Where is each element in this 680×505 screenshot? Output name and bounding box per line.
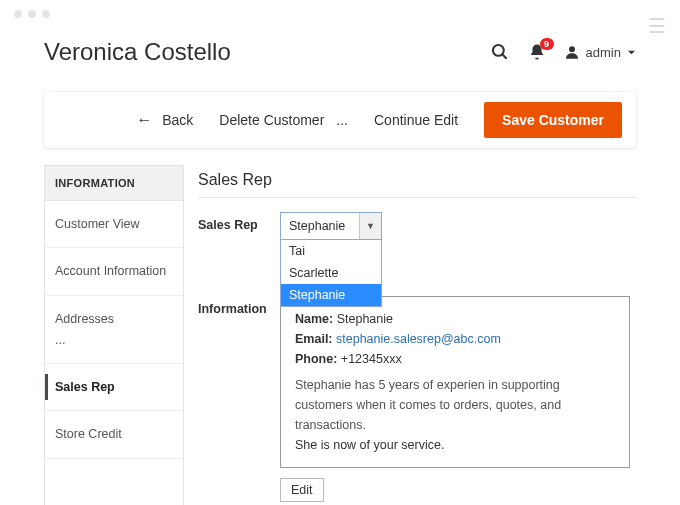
arrow-left-icon: ← <box>136 111 152 129</box>
sidebar-item-sales-rep[interactable]: Sales Rep <box>45 364 183 411</box>
sidebar-heading: INFORMATION <box>45 166 183 201</box>
dropdown-option-stephanie[interactable]: Stephanie <box>281 284 381 306</box>
edit-button[interactable]: Edit <box>280 478 324 502</box>
info-bio-line1: Stephanie has 5 years of experien in sup… <box>295 375 615 435</box>
info-name: Stephanie <box>337 312 393 326</box>
info-bio-line2: She is now of your service. <box>295 435 615 455</box>
chevron-down-icon <box>627 48 636 57</box>
divider <box>198 197 636 198</box>
sidebar-item-addresses-more[interactable]: ... <box>45 332 183 364</box>
chevron-down-icon: ▼ <box>359 213 381 239</box>
sales-rep-dropdown: Tai Scarlette Stephanie <box>280 239 382 307</box>
sidebar-item-customer-view[interactable]: Customer View <box>45 201 183 248</box>
svg-point-0 <box>492 45 503 56</box>
sales-rep-label: Sales Rep <box>198 212 280 232</box>
sidebar-item-account-information[interactable]: Account Information <box>45 248 183 295</box>
admin-name: admin <box>586 45 621 60</box>
svg-point-2 <box>569 46 575 52</box>
delete-customer-button[interactable]: Delete Customer ... <box>219 112 348 128</box>
main-panel: Sales Rep Sales Rep Stephanie ▼ Tai Scar… <box>198 165 636 505</box>
dropdown-option-scarlette[interactable]: Scarlette <box>281 262 381 284</box>
information-label: Information <box>198 296 280 316</box>
dropdown-option-tai[interactable]: Tai <box>281 240 381 262</box>
sales-rep-select[interactable]: Stephanie ▼ <box>280 212 382 240</box>
user-icon <box>564 44 580 60</box>
menu-icon[interactable]: ☰ <box>648 14 666 38</box>
info-phone: +12345xxx <box>341 352 402 366</box>
notification-badge: 9 <box>540 38 554 50</box>
sidebar-item-store-credit[interactable]: Store Credit <box>45 411 183 458</box>
svg-line-1 <box>502 55 506 59</box>
action-bar: ← Back Delete Customer ... Continue Edit… <box>44 92 636 148</box>
notifications-icon[interactable]: 9 <box>528 43 546 61</box>
page-title: Veronica Costello <box>44 38 231 66</box>
section-title: Sales Rep <box>198 171 636 189</box>
account-menu[interactable]: admin <box>564 44 636 60</box>
select-value: Stephanie <box>281 219 359 233</box>
save-customer-button[interactable]: Save Customer <box>484 102 622 138</box>
sidebar: INFORMATION Customer View Account Inform… <box>44 165 184 505</box>
search-icon[interactable] <box>490 42 510 62</box>
continue-edit-button[interactable]: Continue Edit <box>374 112 458 128</box>
sales-rep-info-box: Name: Stephanie Email: stephanie.salesre… <box>280 296 630 468</box>
info-email[interactable]: stephanie.salesrep@abc.com <box>336 332 501 346</box>
window-controls <box>14 10 50 18</box>
back-button[interactable]: ← Back <box>136 111 193 129</box>
